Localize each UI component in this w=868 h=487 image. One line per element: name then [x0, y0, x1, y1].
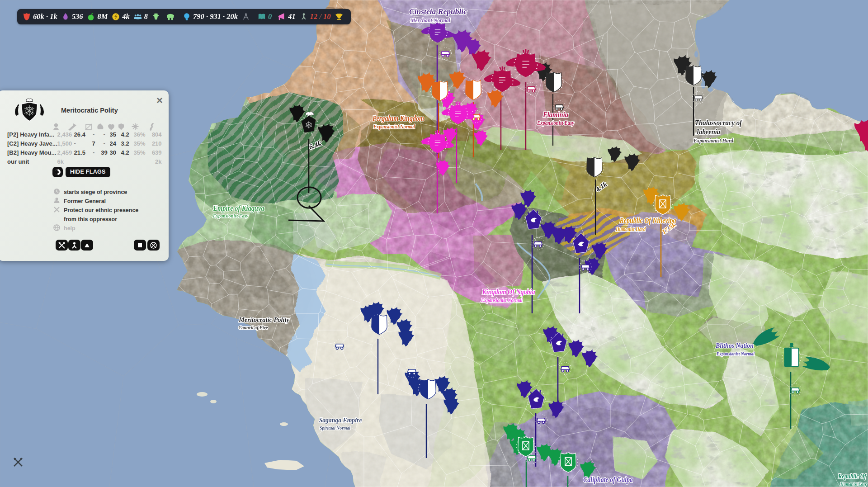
svg-text:Empire of Kiaguya: Empire of Kiaguya — [213, 204, 264, 213]
svg-text:Caliphate of Guipa: Caliphate of Guipa — [583, 475, 633, 484]
svg-text:Expansionist Hard: Expansionist Hard — [693, 137, 734, 144]
svg-text:Thalassocracy of: Thalassocracy of — [695, 118, 743, 127]
svg-text:Kingdom Of Ngobia: Kingdom Of Ngobia — [482, 288, 535, 296]
svg-text:Spiritual Normal: Spiritual Normal — [320, 426, 350, 430]
svg-text:Humanist Hard: Humanist Hard — [615, 227, 646, 232]
svg-text:Expansionist Normal: Expansionist Normal — [481, 298, 523, 303]
svg-text:Blithos Nation: Blithos Nation — [715, 341, 754, 349]
svg-text:Saganqa Empire: Saganqa Empire — [319, 416, 362, 424]
svg-text:Flaminia: Flaminia — [542, 110, 568, 119]
svg-text:Republic Of: Republic Of — [838, 473, 867, 480]
svg-text:Meritocratic Polity: Meritocratic Polity — [238, 316, 289, 323]
svg-text:Expansionist Normal: Expansionist Normal — [373, 124, 415, 130]
svg-text:Council of Five: Council of Five — [239, 325, 268, 330]
svg-text:Merchant Normal: Merchant Normal — [410, 18, 451, 23]
svg-text:Republic Of Ninevipa: Republic Of Ninevipa — [619, 216, 676, 225]
svg-text:Jabeenia: Jabeenia — [695, 128, 720, 136]
svg-text:Humanist Easy: Humanist Easy — [840, 482, 867, 487]
svg-text:Pergalum Kingdom: Pergalum Kingdom — [372, 114, 424, 123]
svg-text:Expansionist Easy: Expansionist Easy — [537, 120, 575, 126]
svg-text:Cinsteia Republic: Cinsteia Republic — [409, 7, 467, 16]
svg-text:Expansionist Easy: Expansionist Easy — [212, 213, 248, 218]
svg-text:Expansionist Normal: Expansionist Normal — [716, 351, 755, 356]
